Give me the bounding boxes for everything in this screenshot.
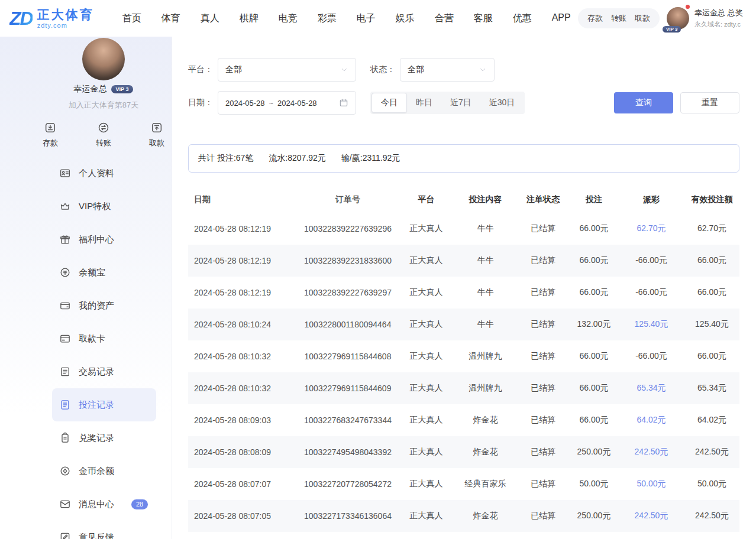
platform-select[interactable]: 全部 bbox=[218, 58, 356, 82]
bet-records-table: 日期订单号平台投注内容注单状态投注派彩有效投注额 2024-05-28 08:1… bbox=[188, 187, 739, 532]
sidebar-item-1[interactable]: VIP特权 bbox=[52, 190, 156, 223]
table-row: 2024-05-28 08:08:091003227495498043392正大… bbox=[188, 436, 739, 468]
nav-item-10[interactable]: 优惠 bbox=[513, 12, 532, 25]
nav-item-1[interactable]: 体育 bbox=[161, 12, 180, 25]
sidebar-item-10[interactable]: 消息中心28 bbox=[52, 488, 156, 521]
cell-platform: 正大真人 bbox=[398, 255, 454, 266]
quick-action-0[interactable]: 存款 bbox=[43, 121, 58, 148]
status-filter-label: 状态： bbox=[370, 64, 395, 75]
cell-valid: 50.00元 bbox=[684, 479, 739, 489]
nav-item-7[interactable]: 娱乐 bbox=[396, 12, 415, 25]
sidebar-item-9[interactable]: 金币余额 bbox=[52, 454, 156, 488]
brand-name: 正大体育 bbox=[37, 8, 94, 21]
search-button[interactable]: 查询 bbox=[614, 92, 673, 113]
cell-status: 已结算 bbox=[516, 351, 570, 362]
join-days-text: 加入正大体育第87天 bbox=[35, 100, 172, 111]
nav-item-6[interactable]: 电子 bbox=[357, 12, 376, 25]
cell-valid: 242.50元 bbox=[684, 447, 739, 457]
wallet-link-2[interactable]: 取款 bbox=[635, 13, 650, 24]
cell-order: 1003227495498043392 bbox=[298, 447, 398, 457]
cell-date: 2024-05-28 08:10:32 bbox=[188, 352, 298, 361]
notification-dot bbox=[686, 5, 690, 9]
cell-bet: 66.00元 bbox=[570, 415, 618, 426]
sidebar-item-3[interactable]: 余额宝 bbox=[52, 256, 156, 289]
brand-logo[interactable]: ZD 正大体育 zdty.com bbox=[9, 8, 94, 30]
cell-payout: -66.00元 bbox=[618, 287, 684, 298]
sidebar-item-2[interactable]: 福利中心 bbox=[52, 223, 156, 256]
cell-content: 炸金花 bbox=[454, 447, 516, 457]
nav-item-2[interactable]: 真人 bbox=[201, 12, 219, 25]
wallet-link-1[interactable]: 转账 bbox=[611, 13, 626, 24]
bet-summary-bar: 共计 投注:67笔 流水:8207.92元 输/赢:2311.92元 bbox=[188, 144, 739, 173]
chevron-down-icon bbox=[479, 66, 487, 74]
cell-order: 1003227969115844609 bbox=[298, 384, 398, 393]
cell-valid: 66.00元 bbox=[684, 351, 739, 362]
cell-order: 1003227207728054272 bbox=[298, 479, 398, 489]
nav-item-5[interactable]: 彩票 bbox=[318, 12, 337, 25]
wallet-link-0[interactable]: 存款 bbox=[587, 13, 603, 24]
quick-date-1[interactable]: 昨日 bbox=[407, 93, 441, 113]
quick-action-1[interactable]: 转账 bbox=[96, 121, 111, 148]
nav-item-11[interactable]: APP bbox=[552, 12, 571, 25]
nav-item-3[interactable]: 棋牌 bbox=[240, 12, 259, 25]
column-header-5: 投注 bbox=[570, 194, 618, 205]
cell-platform: 正大真人 bbox=[398, 287, 454, 298]
cell-bet: 66.00元 bbox=[570, 351, 618, 362]
table-body: 2024-05-28 08:12:191003228392227639296正大… bbox=[188, 213, 739, 532]
cell-bet: 66.00元 bbox=[570, 383, 618, 394]
sidebar-item-0[interactable]: 个人资料 bbox=[52, 157, 156, 190]
table-row: 2024-05-28 08:10:241003228001180094464正大… bbox=[188, 309, 739, 340]
cell-status: 已结算 bbox=[516, 415, 570, 426]
sidebar-item-4[interactable]: 我的资产 bbox=[52, 289, 156, 322]
nav-item-4[interactable]: 电竞 bbox=[279, 12, 298, 25]
nav-item-8[interactable]: 合营 bbox=[435, 12, 454, 25]
reset-button[interactable]: 重置 bbox=[680, 92, 739, 113]
sidebar-item-8[interactable]: 兑奖记录 bbox=[52, 421, 156, 454]
cell-content: 温州牌九 bbox=[454, 351, 516, 362]
date-filter-label: 日期： bbox=[188, 98, 213, 108]
sidebar: 幸运金总 VIP 3 加入正大体育第87天 存款转账取款 个人资料VIP特权福利… bbox=[0, 37, 172, 539]
filter-row-1: 平台： 全部 状态： 全部 bbox=[188, 58, 739, 82]
cell-content: 经典百家乐 bbox=[454, 479, 516, 489]
cell-payout: 242.50元 bbox=[618, 511, 684, 521]
cell-content: 温州牌九 bbox=[454, 383, 516, 394]
sidebar-item-7[interactable]: 投注记录 bbox=[52, 388, 156, 421]
status-select[interactable]: 全部 bbox=[400, 58, 495, 82]
cell-valid: 66.00元 bbox=[684, 255, 739, 266]
nav-item-0[interactable]: 首页 bbox=[122, 12, 141, 25]
date-range-picker[interactable]: 2024-05-28 ~ 2024-05-28 bbox=[218, 91, 356, 115]
cell-bet: 132.00元 bbox=[570, 319, 618, 330]
nav-item-9[interactable]: 客服 bbox=[474, 12, 493, 25]
cell-order: 1003227683247673344 bbox=[298, 415, 398, 425]
quick-date-2[interactable]: 近7日 bbox=[441, 93, 480, 113]
cell-order: 1003228001180094464 bbox=[298, 320, 398, 329]
cell-order: 1003228392227639296 bbox=[298, 224, 398, 233]
transfer-icon bbox=[97, 121, 110, 134]
date-from-value: 2024-05-28 bbox=[225, 99, 265, 108]
sidebar-menu: 个人资料VIP特权福利中心余额宝我的资产取款卡交易记录投注记录兑奖记录金币余额消… bbox=[0, 157, 172, 539]
sidebar-item-11[interactable]: 意见反馈 bbox=[52, 521, 156, 539]
cell-valid: 125.40元 bbox=[684, 319, 739, 330]
username-line: 幸运金总 总奖 bbox=[694, 8, 750, 18]
sidebar-item-label: 福利中心 bbox=[79, 234, 114, 245]
redeem-record-icon bbox=[59, 432, 71, 444]
quick-action-2[interactable]: 取款 bbox=[149, 121, 164, 148]
cell-order: 1003227969115844608 bbox=[298, 352, 398, 361]
brand-logo-icon: ZD bbox=[9, 8, 33, 30]
sidebar-item-5[interactable]: 取款卡 bbox=[52, 322, 156, 355]
quick-date-0[interactable]: 今日 bbox=[371, 93, 407, 113]
cell-bet: 250.00元 bbox=[570, 447, 618, 457]
gold-coin-icon bbox=[59, 465, 71, 477]
sidebar-item-label: VIP特权 bbox=[79, 201, 111, 212]
column-header-4: 注单状态 bbox=[516, 194, 570, 205]
quick-date-3[interactable]: 近30日 bbox=[480, 93, 524, 113]
bank-card-icon bbox=[59, 333, 71, 345]
id-card-icon bbox=[59, 167, 71, 179]
cell-status: 已结算 bbox=[516, 287, 570, 298]
sidebar-item-label: 兑奖记录 bbox=[79, 433, 114, 444]
profile-avatar[interactable] bbox=[82, 38, 125, 80]
user-chip[interactable]: VIP 3 幸运金总 总奖 永久域名: zdty.c bbox=[667, 7, 750, 30]
filter-row-2: 日期： 2024-05-28 ~ 2024-05-28 今日昨日近7日近30日 … bbox=[188, 91, 739, 115]
withdraw-icon bbox=[150, 121, 163, 134]
sidebar-item-6[interactable]: 交易记录 bbox=[52, 355, 156, 388]
